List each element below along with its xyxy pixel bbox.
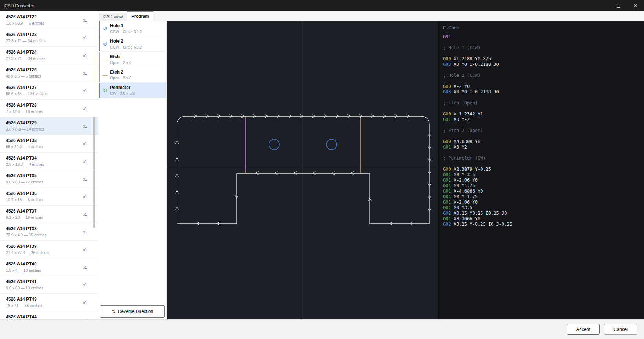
accept-button[interactable]: Accept [567,324,600,335]
gcode-line: G01 X0 Y3.5 [443,205,644,211]
gcode-header: G-Code [443,25,644,31]
cad-canvas[interactable] [167,21,438,319]
op-detail: CCW · Circle R0.2 [110,29,142,34]
part-list-item[interactable]: 4526 A14 PT221.8 x 50.9 — 6 entitiesx1 [0,11,99,29]
part-list-item[interactable]: 4526 A14 PT4318 x 71 — 35 entitiesx1 [0,294,99,311]
gcode-line: G01 X-2.06 Y0 [443,200,644,205]
operation-item[interactable]: —EtchOpen · 2 x 0 [99,52,166,67]
gcode-line: G01 X8.3066 Y0 [443,216,644,222]
part-dims: 7 x 13.6 — 16 entities [6,109,84,114]
part-list-item[interactable]: 4526 A14 PT359.6 x 68 — 12 entitiesx1 [0,170,99,188]
part-info: 4526 A14 PT342.5 x 16.3 — 4 entities [6,156,84,167]
sidebar-scrollbar-thumb[interactable] [93,117,95,228]
gcode-line: G01 X0 Y2 [443,144,644,150]
part-list-item[interactable]: 4526 A14 PT3365 x 20.6 — 4 entitiesx1 [0,135,99,153]
operation-item[interactable]: ↺Hole 2CCW · Circle R0.2 [99,36,166,52]
body-row: ↺Hole 1CCW · Circle R0.2↺Hole 2CCW · Cir… [99,21,644,319]
part-name: 4526 A14 PT39 [6,244,84,249]
maximize-button[interactable] [610,0,627,11]
part-list-item[interactable]: 4526 A14 PT44x1 [0,311,99,319]
op-info: EtchOpen · 2 x 0 [110,54,131,65]
op-detail: CCW · Circle R0.2 [110,45,142,49]
gcode-args: X-4.6866 Y0 [451,189,483,194]
gcode-command: G02 [443,222,451,227]
operation-item[interactable]: ↺Hole 1CCW · Circle R0.2 [99,21,166,36]
part-list-item[interactable]: 4526 A14 PT419.6 x 68 — 13 entitiesx1 [0,276,99,294]
part-dims: 6.2 x 23 — 16 entities [6,215,84,220]
gcode-command: G91 [443,34,451,39]
gcode-line: G02 X0.25 Y0.25 I0.25 J0 [443,211,644,216]
gcode-lines: G91 ; Hole 1 (CCW) G00 X1.2188 Y0.875G03… [443,34,644,227]
operation-item[interactable]: —Etch 2Open · 2 x 0 [99,67,166,83]
cancel-button[interactable]: Cancel [604,324,637,335]
op-info: Hole 1CCW · Circle R0.2 [110,23,142,34]
part-qty: x1 [83,195,87,199]
gcode-line [443,67,644,73]
op-detail: CW · 3.8 x 8.8 [110,91,135,96]
part-info: 4526 A14 PT359.6 x 68 — 12 entities [6,173,84,184]
part-list-item[interactable]: 4526 A14 PT287 x 13.6 — 16 entitiesx1 [0,100,99,117]
part-qty: x1 [83,177,87,181]
part-list-item[interactable]: 4526 A14 PT376.2 x 23 — 16 entitiesx1 [0,206,99,223]
part-qty: x1 [83,142,87,146]
gcode-command: G01 [443,189,451,194]
part-qty: x1 [83,300,87,305]
gcode-command: G01 [443,144,451,150]
part-info: 4526 A14 PT4318 x 71 — 35 entities [6,297,84,308]
gcode-line [443,40,644,45]
operation-item[interactable]: ↻PerimeterCW · 3.8 x 8.8 [99,83,166,98]
gcode-line: G02 X0.25 Y-0.25 I0 J-0.25 [443,222,644,227]
gcode-line: G01 X0 Y-3.5 [443,172,644,178]
gcode-args: X0 Y-3.5 [451,172,475,177]
gcode-args: X0 Y1.75 [451,183,475,188]
gcode-line [443,122,644,128]
part-dims: 1.5 x 4 — 10 entities [6,268,84,272]
gcode-command: G00 [443,139,451,144]
part-dims: 10.7 x 18 — 6 entities [6,197,84,202]
outline-corner [421,116,429,124]
part-dims: 65 x 20.6 — 4 entities [6,144,84,149]
tab-strip: CAD View Program [99,11,644,21]
part-list-item[interactable]: 4526 A14 PT342.5 x 16.3 — 4 entitiesx1 [0,153,99,170]
gcode-line: G00 X2.3879 Y-0.25 [443,167,644,172]
gcode-line: G01 X-2.06 Y0 [443,178,644,183]
part-list-item[interactable]: 4526 A14 PT2756.6 x 64 — 134 entitiesx1 [0,82,99,100]
part-qty: x1 [83,89,87,93]
part-list-item[interactable]: 4526 A14 PT293.8 x 8.8 — 14 entitiesx1 [0,117,99,135]
etch-line-icon: — [100,72,110,78]
gcode-line [443,95,644,100]
gcode-args: X-2 Y0 [451,84,470,89]
part-name: 4526 A14 PT35 [6,173,84,178]
tab-cad-view[interactable]: CAD View [99,13,127,21]
part-qty: x1 [83,36,87,40]
part-info: 4526 A14 PT2756.6 x 64 — 134 entities [6,85,84,96]
part-list-item[interactable]: 4526 A14 PT3610.7 x 18 — 6 entitiesx1 [0,188,99,206]
part-name: 4526 A14 PT24 [6,50,84,55]
gcode-line: G91 [443,34,644,40]
part-name: 4526 A14 PT29 [6,120,84,125]
op-name: Perimeter [110,85,135,90]
part-list-item[interactable]: 4526 A14 PT2427.3 x 71 — 34 entitiesx1 [0,47,99,64]
op-name: Hole 2 [110,39,142,44]
op-info: Etch 2Open · 2 x 0 [110,69,131,80]
part-info: 4526 A14 PT2327.3 x 71 — 34 entities [6,32,84,43]
gcode-args: X0 Y-2 [451,117,470,122]
part-list-item[interactable]: 4526 A14 PT3927.4 x 77.4 — 28 entitiesx1 [0,241,99,258]
part-list-item[interactable]: 4526 A14 PT2327.3 x 71 — 34 entitiesx1 [0,29,99,47]
part-list-item[interactable]: 4526 A14 PT3872.9 x 4.9 — 15 entitiesx1 [0,223,99,241]
hole-circle [269,139,279,150]
gcode-line: ; Perimeter (CW) [443,156,644,161]
part-info: 4526 A14 PT3610.7 x 18 — 6 entities [6,191,84,202]
gcode-args: X0 Y3.5 [451,205,473,210]
part-name: 4526 A14 PT37 [6,208,84,214]
part-list-item[interactable]: 4526 A14 PT2648 x 3.5 — 6 entitiesx1 [0,64,99,82]
part-name: 4526 A14 PT23 [6,32,84,37]
gcode-command: G02 [443,211,451,216]
close-button[interactable]: ✕ [627,0,644,11]
part-qty: x1 [83,318,87,320]
gcode-line [443,133,644,139]
part-list-item[interactable]: 4526 A14 PT401.5 x 4 — 10 entitiesx1 [0,258,99,276]
part-dims: 27.4 x 77.4 — 28 entities [6,250,84,255]
reverse-direction-button[interactable]: ⇅ Reverse Direction [100,305,165,318]
tab-program[interactable]: Program [127,11,153,21]
